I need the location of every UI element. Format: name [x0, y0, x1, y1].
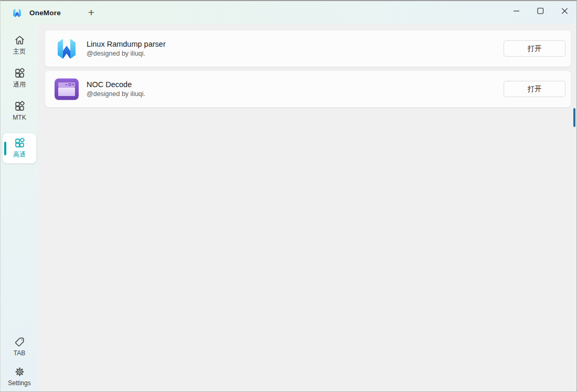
- close-button[interactable]: [552, 1, 576, 24]
- apps-icon: [14, 67, 26, 79]
- sidebar-item-settings[interactable]: Settings: [3, 366, 36, 389]
- app-window: OneMore +: [0, 0, 577, 392]
- new-tab-button[interactable]: +: [83, 4, 100, 21]
- maximize-button[interactable]: [528, 1, 552, 24]
- sidebar-item-qualcomm[interactable]: 高通: [3, 133, 36, 163]
- plugin-author: @designed by iliuqi.: [87, 50, 166, 57]
- sidebar-item-label: 通用: [13, 81, 26, 88]
- minimize-button[interactable]: [504, 1, 528, 24]
- minimize-icon: [513, 7, 520, 14]
- tag-icon: [14, 336, 26, 348]
- titlebar: OneMore +: [1, 1, 576, 24]
- plugin-name: NOC Decode: [87, 80, 145, 89]
- sidebar-item-label: MTK: [13, 114, 26, 121]
- sidebar-item-mtk[interactable]: MTK: [3, 100, 36, 123]
- sidebar-item-label: 高通: [13, 151, 26, 158]
- sidebar-item-label: Settings: [8, 380, 30, 387]
- plus-icon: +: [88, 6, 94, 18]
- sidebar-spacer: [1, 173, 38, 336]
- sidebar-item-tab[interactable]: TAB: [3, 336, 36, 359]
- onemore-w-logo-icon: [54, 36, 79, 61]
- plugin-name: Linux Ramdump parser: [87, 40, 166, 48]
- sidebar-item-general[interactable]: 通用: [3, 67, 36, 90]
- window-controls: [504, 1, 576, 24]
- sidebar-item-label: 主页: [13, 48, 26, 55]
- plugin-author: @designed by iliuqi.: [87, 90, 145, 98]
- app-body: 主页 通用 MTK: [1, 24, 576, 391]
- home-icon: [14, 34, 26, 46]
- plugin-info: NOC Decode @designed by iliuqi.: [87, 80, 145, 98]
- sidebar: 主页 通用 MTK: [1, 24, 38, 391]
- gear-icon: [14, 366, 26, 378]
- purple-window-app-icon: [54, 77, 79, 102]
- maximize-icon: [537, 7, 544, 14]
- plugin-card-linux-ramdump-parser: Linux Ramdump parser @designed by iliuqi…: [45, 30, 571, 67]
- sidebar-item-label: TAB: [14, 350, 25, 357]
- onemore-logo-icon: [12, 7, 23, 18]
- apps-icon: [14, 137, 26, 149]
- sidebar-item-home[interactable]: 主页: [3, 34, 36, 57]
- open-button[interactable]: 打开: [504, 81, 565, 97]
- plugin-card-noc-decode: NOC Decode @designed by iliuqi. 打开: [45, 70, 571, 108]
- selected-indicator: [4, 142, 6, 155]
- apps-icon: [14, 100, 26, 112]
- app-title: OneMore: [29, 9, 61, 17]
- close-icon: [561, 7, 568, 14]
- plugin-info: Linux Ramdump parser @designed by iliuqi…: [87, 40, 166, 57]
- plugin-list: Linux Ramdump parser @designed by iliuqi…: [38, 24, 576, 391]
- scrollbar-thumb[interactable]: [573, 108, 575, 127]
- open-button[interactable]: 打开: [504, 40, 565, 57]
